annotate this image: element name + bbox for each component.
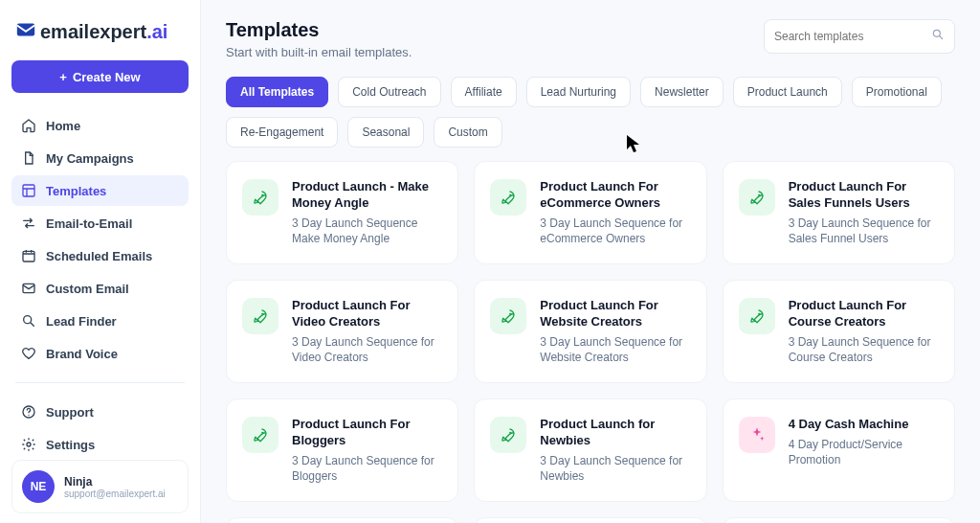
template-card[interactable]: Product Launch For Sales Funnels Users3 … — [723, 161, 955, 264]
svg-rect-0 — [17, 24, 34, 36]
rocket-icon — [739, 179, 775, 216]
template-title: 4 Day Cash Machine — [789, 417, 939, 433]
template-title: Product Launch - Make Money Angle — [292, 179, 442, 212]
filter-chip-product-launch[interactable]: Product Launch — [733, 77, 842, 107]
template-card[interactable]: Product Launch - Make Money Angle3 Day L… — [226, 161, 458, 264]
template-card[interactable]: Product Launch For Bloggers3 Day Launch … — [226, 398, 458, 502]
rocket-icon — [242, 298, 278, 334]
gear-icon — [21, 437, 36, 452]
sidebar-item-my-campaigns[interactable]: My Campaigns — [11, 143, 189, 173]
sidebar-item-label: Scheduled Emails — [46, 249, 152, 263]
filter-chip-lead-nurturing[interactable]: Lead Nurturing — [526, 77, 631, 107]
template-title: Product Launch For eCommerce Owners — [540, 179, 690, 212]
template-desc: 4 Day Product/Service Promotion — [789, 437, 939, 467]
filter-chip-newsletter[interactable]: Newsletter — [640, 77, 724, 107]
template-card[interactable]: Loyalty Program1 Loyalty Program Email — [474, 517, 706, 523]
template-card[interactable]: Product Launch For Website Creators3 Day… — [474, 280, 706, 383]
footer-nav: SupportSettings — [11, 397, 189, 460]
template-desc: 3 Day Launch Sequence for Bloggers — [292, 453, 442, 484]
rocket-icon — [490, 179, 526, 216]
main-nav: HomeMy CampaignsTemplatesEmail-to-EmailS… — [11, 110, 189, 369]
filter-chip-custom[interactable]: Custom — [434, 117, 501, 148]
template-card[interactable]: Product Launch For eCommerce Owners3 Day… — [474, 161, 706, 264]
template-desc: 3 Day Launch Sequence for Newbies — [540, 453, 690, 484]
filter-chip-all-templates[interactable]: All Templates — [226, 77, 328, 107]
template-card[interactable]: 4 Day Cash Machine4 Day Product/Service … — [723, 398, 955, 502]
template-card[interactable]: Product Launch For Video Creators3 Day L… — [226, 280, 458, 383]
sidebar-item-label: Settings — [46, 438, 95, 452]
mail-logo-icon — [15, 19, 36, 45]
sidebar-item-scheduled-emails[interactable]: Scheduled Emails — [11, 240, 189, 271]
user-name: Ninja — [64, 475, 166, 489]
svg-point-9 — [509, 194, 511, 196]
svg-rect-2 — [23, 251, 34, 262]
page-title: Templates — [226, 19, 412, 41]
brand-name: emailexpert — [40, 21, 146, 43]
sidebar-item-lead-finder[interactable]: Lead Finder — [11, 306, 189, 336]
search-input[interactable] — [774, 30, 924, 43]
filter-chip-re-engagement[interactable]: Re-Engagement — [226, 117, 338, 148]
template-title: Product Launch For Bloggers — [292, 417, 442, 449]
sidebar-item-label: Lead Finder — [46, 314, 117, 329]
rocket-icon — [490, 417, 526, 453]
svg-point-4 — [24, 316, 32, 324]
search-alt-icon — [21, 313, 36, 329]
svg-point-15 — [509, 432, 511, 434]
main-content: Templates Start with built-in email temp… — [201, 0, 980, 523]
create-new-button[interactable]: + Create New — [11, 60, 189, 93]
template-title: Product Launch For Website Creators — [540, 298, 690, 330]
template-card[interactable]: Product Launch for Newbies3 Day Launch S… — [474, 398, 706, 502]
brand-logo: emailexpert.ai — [11, 13, 189, 57]
svg-point-8 — [261, 194, 263, 196]
sidebar-item-label: Email-to-Email — [46, 216, 132, 231]
svg-point-11 — [261, 313, 263, 315]
sidebar-item-settings[interactable]: Settings — [11, 429, 189, 460]
sidebar-item-home[interactable]: Home — [11, 110, 189, 141]
heart-icon — [21, 346, 36, 361]
sidebar-item-custom-email[interactable]: Custom Email — [11, 273, 189, 304]
avatar: NE — [22, 470, 55, 503]
filter-chips: All TemplatesCold OutreachAffiliateLead … — [226, 77, 955, 148]
template-desc: 3 Day Launch Sequence for Sales Funnel U… — [789, 216, 939, 246]
template-desc: 3 Day Launch Sequence for eCommerce Owne… — [540, 216, 690, 246]
filter-chip-promotional[interactable]: Promotional — [852, 77, 942, 107]
template-card[interactable]: Early Access VIP2 Early Access VIP Email… — [723, 517, 955, 523]
sidebar-item-templates[interactable]: Templates — [11, 175, 189, 206]
user-card[interactable]: NE Ninja support@emailexpert.ai — [11, 460, 189, 513]
filter-chip-seasonal[interactable]: Seasonal — [347, 117, 424, 148]
calendar-icon — [21, 248, 36, 263]
svg-point-10 — [758, 194, 760, 196]
svg-point-6 — [27, 443, 31, 446]
svg-point-7 — [933, 30, 940, 36]
sidebar-item-label: Support — [46, 405, 94, 420]
rocket-icon — [242, 417, 278, 453]
mail-icon — [21, 281, 36, 296]
filter-chip-cold-outreach[interactable]: Cold Outreach — [338, 77, 440, 107]
rocket-icon — [242, 179, 278, 216]
sidebar-item-support[interactable]: Support — [11, 397, 189, 427]
sidebar-item-brand-voice[interactable]: Brand Voice — [11, 338, 189, 369]
nav-separator — [15, 382, 185, 383]
sidebar: emailexpert.ai + Create New HomeMy Campa… — [0, 0, 201, 523]
plus-icon: + — [59, 70, 67, 84]
template-title: Product Launch for Newbies — [540, 417, 690, 449]
template-grid: Product Launch - Make Money Angle3 Day L… — [226, 161, 955, 523]
template-title: Product Launch For Course Creators — [789, 298, 939, 330]
svg-rect-1 — [23, 185, 34, 196]
template-card[interactable]: Product Launch For Course Creators3 Day … — [723, 280, 955, 383]
support-icon — [21, 404, 36, 420]
filter-chip-affiliate[interactable]: Affiliate — [451, 77, 517, 107]
swap-icon — [21, 216, 36, 231]
svg-point-14 — [261, 432, 263, 434]
sidebar-item-email-to-email[interactable]: Email-to-Email — [11, 208, 189, 239]
search-field[interactable] — [764, 19, 955, 54]
svg-point-12 — [509, 313, 511, 315]
template-icon — [21, 183, 36, 198]
user-email: support@emailexpert.ai — [64, 489, 166, 499]
home-icon — [21, 118, 36, 133]
template-desc: 3 Day Launch Sequence for Course Creator… — [789, 334, 939, 365]
template-desc: 3 Day Launch Sequence for Website Creato… — [540, 334, 690, 365]
template-title: Product Launch For Video Creators — [292, 298, 442, 330]
template-card[interactable]: Referral EmailEmail 1: Referral Email — [226, 517, 458, 523]
svg-point-13 — [758, 313, 760, 315]
